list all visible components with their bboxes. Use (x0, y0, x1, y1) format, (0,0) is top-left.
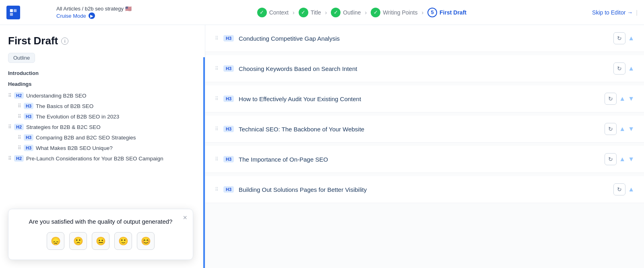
row-title-6: Building Out Solutions Pages for Better … (239, 186, 609, 193)
outline-badge[interactable]: Outline (8, 53, 35, 63)
item-text: Strategies for B2B & B2C SEO (26, 124, 101, 130)
row-badge-6: H3 (223, 186, 234, 193)
arrow-down-3[interactable]: ▼ (628, 95, 634, 102)
drag-handle-row-1[interactable]: ⠿ (215, 35, 219, 41)
step-writing-points[interactable]: ✓ Writing Points (371, 8, 417, 17)
popup-question: Are you satisfied with the quality of ou… (18, 217, 183, 226)
breadcrumb[interactable]: All Articles / b2b seo strategy 🇺🇸 (56, 6, 132, 12)
rating-icon-4[interactable]: 🙂 (114, 232, 132, 250)
skip-arrow-icon: → (627, 9, 633, 16)
drag-handle[interactable]: ⠿ (18, 103, 21, 109)
content-row-4: ⠿ H3 Technical SEO: The Backbone of Your… (205, 116, 644, 143)
row-title-3: How to Effectively Audit Your Existing C… (239, 96, 600, 102)
arrow-up-6[interactable]: ▲ (628, 186, 634, 193)
item-text: Comparing B2B and B2C SEO Strategies (36, 135, 136, 141)
row-badge-1: H3 (223, 35, 234, 42)
row-title-4: Technical SEO: The Backbone of Your Webs… (239, 126, 600, 133)
drag-handle[interactable]: ⠿ (18, 114, 21, 119)
row-title-1: Conducting Competitive Gap Analysis (239, 35, 609, 42)
rating-icon-1[interactable]: 😞 (47, 232, 64, 250)
step-first-draft[interactable]: 5 First Draft (427, 8, 466, 17)
arrow-up-4[interactable]: ▲ (619, 125, 625, 133)
workflow-steps: ✓ Context › ✓ Title › ✓ Outline › ✓ Writ… (132, 8, 592, 17)
main-layout: First Draft i Outline Introduction Headi… (0, 25, 644, 268)
outline-item-h2-3[interactable]: ⠿ H2 Pre-Launch Considerations for Your … (8, 153, 197, 164)
row-badge-4: H3 (223, 126, 234, 132)
info-icon[interactable]: i (61, 37, 68, 45)
rating-icon-3[interactable]: 😐 (92, 232, 109, 250)
refresh-button-2[interactable]: ↻ (613, 62, 625, 75)
row-title-2: Choosing Keywords Based on Search Intent (239, 65, 609, 72)
arrow-up-2[interactable]: ▲ (628, 65, 634, 72)
step-number-first-draft: 5 (427, 8, 437, 17)
row-badge-5: H3 (223, 156, 234, 162)
step-outline[interactable]: ✓ Outline (331, 8, 361, 17)
drag-handle-row-3[interactable]: ⠿ (215, 96, 219, 102)
skip-separator-icon: | (636, 9, 638, 16)
step-check-writing-points: ✓ (371, 8, 380, 17)
step-context[interactable]: ✓ Context (257, 8, 289, 17)
row-badge-2: H3 (223, 65, 234, 72)
h2-badge: H2 (14, 155, 24, 162)
step-check-outline: ✓ (331, 8, 341, 17)
drag-handle-row-5[interactable]: ⠿ (215, 156, 219, 162)
logo-icon[interactable] (6, 6, 20, 19)
drag-handle-row-4[interactable]: ⠿ (215, 126, 219, 132)
arrow-down-5[interactable]: ▼ (628, 156, 634, 163)
outline-item-h3-1[interactable]: ⠿ H3 The Basics of B2B SEO (18, 101, 197, 111)
step-arrow-1: › (293, 9, 295, 16)
drag-handle[interactable]: ⠿ (18, 135, 21, 140)
row-actions-1: ↻ ▲ (613, 32, 634, 44)
svg-rect-1 (10, 12, 13, 15)
step-title[interactable]: ✓ Title (299, 8, 321, 17)
skip-to-editor-button[interactable]: Skip to Editor → | (592, 9, 638, 16)
refresh-button-6[interactable]: ↻ (613, 183, 625, 195)
drag-handle[interactable]: ⠿ (18, 145, 21, 151)
refresh-button-4[interactable]: ↻ (605, 123, 617, 135)
refresh-button-3[interactable]: ↻ (605, 93, 617, 105)
arrow-up-3[interactable]: ▲ (619, 95, 625, 102)
rating-icon-2[interactable]: 🙁 (69, 232, 87, 250)
item-text: Pre-Launch Considerations for Your B2B S… (26, 156, 163, 162)
content-row-3: ⠿ H3 How to Effectively Audit Your Exist… (205, 85, 644, 112)
outline-item-h2-2[interactable]: ⠿ H2 Strategies for B2B & B2C SEO (8, 122, 197, 132)
h3-badge: H3 (24, 134, 33, 141)
popup-close-button[interactable]: × (183, 214, 187, 221)
arrow-up-5[interactable]: ▲ (619, 156, 625, 163)
row-badge-3: H3 (223, 96, 234, 102)
row-actions-5: ↻ ▲ ▼ (605, 153, 634, 165)
outline-item-h3-3[interactable]: ⠿ H3 Comparing B2B and B2C SEO Strategie… (18, 132, 197, 143)
h3-badge: H3 (24, 103, 33, 109)
outline-item-h3-4[interactable]: ⠿ H3 What Makes B2B SEO Unique? (18, 143, 197, 153)
logo-area (6, 6, 55, 19)
arrow-up-1[interactable]: ▲ (628, 35, 634, 42)
row-actions-4: ↻ ▲ ▼ (605, 123, 634, 135)
step-arrow-4: › (421, 9, 423, 16)
item-text: Understanding B2B SEO (26, 93, 86, 99)
panel-title: First Draft i (8, 35, 197, 47)
drag-handle-row-2[interactable]: ⠿ (215, 66, 219, 71)
step-check-title: ✓ (299, 8, 308, 17)
introduction-label: Introduction (8, 70, 197, 76)
refresh-button-1[interactable]: ↻ (613, 32, 625, 44)
h3-badge: H3 (24, 145, 33, 151)
item-text: What Makes B2B SEO Unique? (36, 145, 113, 151)
cruise-mode-button[interactable]: Cruise Mode ▶ (56, 12, 132, 19)
row-actions-2: ↻ ▲ (613, 62, 634, 75)
drag-handle[interactable]: ⠿ (8, 93, 12, 98)
outline-item-h2-1[interactable]: ⠿ H2 Understanding B2B SEO (8, 90, 197, 101)
drag-handle[interactable]: ⠿ (8, 156, 12, 161)
right-panel: ⠿ H3 Conducting Competitive Gap Analysis… (205, 25, 644, 268)
content-row-1: ⠿ H3 Conducting Competitive Gap Analysis… (205, 25, 644, 52)
refresh-button-5[interactable]: ↻ (605, 153, 617, 165)
breadcrumb-area: All Articles / b2b seo strategy 🇺🇸 Cruis… (56, 6, 132, 19)
drag-handle-row-6[interactable]: ⠿ (215, 187, 219, 192)
arrow-down-4[interactable]: ▼ (628, 125, 634, 133)
drag-handle[interactable]: ⠿ (8, 124, 12, 130)
content-row-5: ⠿ H3 The Importance of On-Page SEO ↻ ▲ ▼ (205, 146, 644, 173)
h2-badge: H2 (14, 92, 24, 99)
rating-icon-5[interactable]: 😊 (137, 232, 155, 250)
step-arrow-3: › (365, 9, 367, 16)
outline-item-h3-2[interactable]: ⠿ H3 The Evolution of B2B SEO in 2023 (18, 111, 197, 122)
vertical-divider (203, 57, 205, 268)
